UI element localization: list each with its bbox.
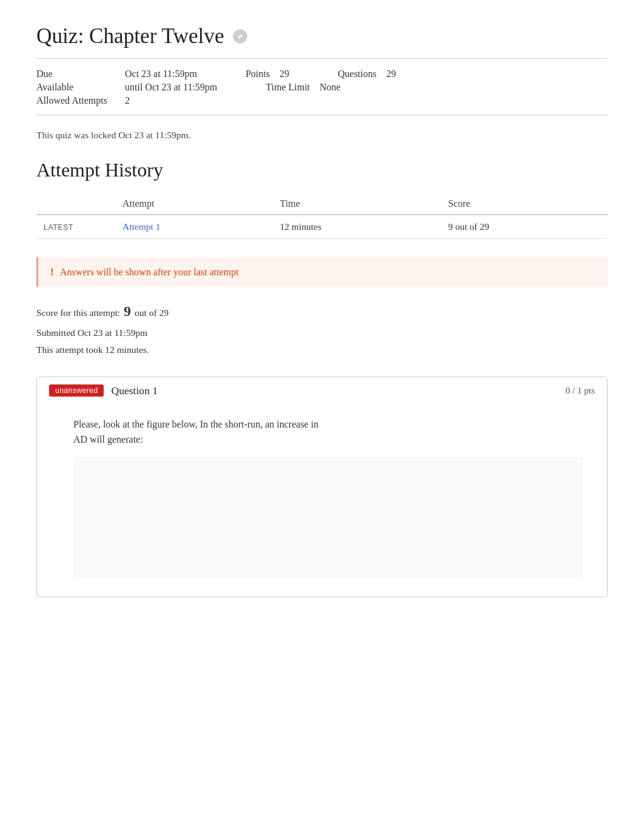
question-points-1: 0 / 1 pts — [565, 385, 595, 396]
question-text-1: Please, look at the figure below, In the… — [73, 417, 583, 448]
quiz-title: Quiz: Chapter Twelve — [36, 24, 224, 49]
chart-placeholder — [73, 457, 583, 578]
quiz-icon — [232, 28, 249, 45]
history-table-body: LATEST Attempt 1 12 minutes 9 out of 29 — [36, 215, 608, 239]
table-row: LATEST Attempt 1 12 minutes 9 out of 29 — [36, 215, 608, 239]
allowed-attempts-value: 2 — [115, 95, 130, 106]
score-number: 9 — [124, 299, 131, 324]
question-line-1: Please, look at the figure below, In the… — [73, 419, 318, 429]
col-score: Score — [441, 193, 608, 215]
meta-divider — [36, 58, 608, 59]
due-value: Oct 23 at 11:59pm — [115, 69, 197, 79]
score-cell: 9 out of 29 — [441, 215, 608, 239]
questions-label: Questions — [289, 69, 377, 79]
attempt-link[interactable]: Attempt 1 — [122, 221, 161, 232]
due-label: Due — [36, 69, 115, 79]
attempt-score: 9 out of 29 — [448, 221, 489, 232]
time-limit-label: Time Limit — [217, 82, 310, 93]
unanswered-badge: unanswered — [49, 384, 104, 397]
question-title-1: Question 1 — [111, 384, 158, 397]
duration-line: This attempt took 12 minutes. — [36, 341, 608, 358]
attempt-cell: Attempt 1 — [115, 215, 272, 239]
history-table-header: Attempt Time Score — [36, 193, 608, 215]
col-time: Time — [272, 193, 441, 215]
meta-row-attempts: Allowed Attempts 2 — [36, 95, 608, 106]
time-limit-value: None — [310, 82, 341, 93]
notice-text: Answers will be shown after your last at… — [60, 267, 239, 278]
meta-info: Due Oct 23 at 11:59pm Points 29 Question… — [36, 69, 608, 106]
score-label: Score for this attempt: — [36, 304, 120, 321]
question-block-1: unanswered Question 1 0 / 1 pts Please, … — [36, 377, 608, 597]
notice-icon: ! — [50, 266, 54, 278]
time-cell: 12 minutes — [272, 215, 441, 239]
attempt-time: 12 minutes — [280, 221, 321, 232]
score-suffix: out of 29 — [135, 304, 169, 321]
locked-notice: This quiz was locked Oct 23 at 11:59pm. — [36, 130, 608, 141]
meta-row-due: Due Oct 23 at 11:59pm Points 29 Question… — [36, 69, 608, 79]
score-line: Score for this attempt: 9 out of 29 — [36, 299, 608, 324]
meta-divider-bottom — [36, 115, 608, 115]
attempt-history-title: Attempt History — [36, 159, 608, 181]
attempt-summary: Score for this attempt: 9 out of 29 Subm… — [36, 299, 608, 358]
available-label: Available — [36, 82, 115, 93]
col-attempt: Attempt — [115, 193, 272, 215]
question-header-1: unanswered Question 1 0 / 1 pts — [37, 377, 607, 404]
allowed-attempts-label: Allowed Attempts — [36, 95, 115, 106]
answers-notice: ! Answers will be shown after your last … — [36, 257, 608, 287]
history-table: Attempt Time Score LATEST Attempt 1 12 m… — [36, 193, 608, 239]
latest-badge: LATEST — [44, 223, 73, 232]
question-line-2: AD will generate: — [73, 434, 143, 444]
col-badge — [36, 193, 115, 215]
page-title: Quiz: Chapter Twelve — [36, 24, 608, 49]
points-label: Points — [197, 69, 270, 79]
available-value: until Oct 23 at 11:59pm — [115, 82, 217, 93]
meta-row-available: Available until Oct 23 at 11:59pm Time L… — [36, 82, 608, 93]
question-body-1: Please, look at the figure below, In the… — [37, 404, 607, 597]
question-header-left: unanswered Question 1 — [49, 384, 158, 397]
submitted-line: Submitted Oct 23 at 11:59pm — [36, 324, 608, 341]
questions-value: 29 — [377, 69, 396, 79]
points-value: 29 — [270, 69, 289, 79]
latest-badge-cell: LATEST — [36, 215, 115, 239]
